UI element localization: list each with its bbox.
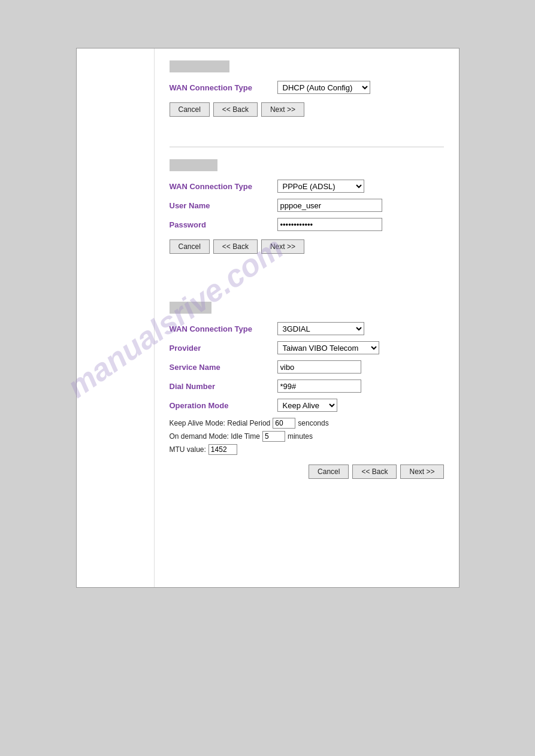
- section-pppoe: WAN Connection Type DHCP (Auto Config) P…: [170, 159, 444, 266]
- divider-1: [170, 147, 444, 147]
- section2-password-input[interactable]: [277, 218, 382, 231]
- ondemand-input[interactable]: [262, 431, 285, 442]
- section2-password-row: Password: [170, 218, 444, 231]
- section2-next-button[interactable]: Next >>: [261, 239, 304, 254]
- section2-username-row: User Name: [170, 199, 444, 212]
- section3-service-row: Service Name: [170, 360, 444, 374]
- section3-dial-row: Dial Number: [170, 379, 444, 393]
- section3-service-label: Service Name: [170, 363, 277, 372]
- section2-password-label: Password: [170, 220, 277, 229]
- section3-opmode-label: Operation Mode: [170, 401, 277, 410]
- section3-next-button[interactable]: Next >>: [400, 464, 443, 479]
- section3-keepalive-row: Keep Alive Mode: Redial Period senconds: [170, 418, 444, 429]
- section3-wan-row: WAN Connection Type DHCP (Auto Config) P…: [170, 322, 444, 335]
- section2-wan-row: WAN Connection Type DHCP (Auto Config) P…: [170, 180, 444, 193]
- spacer: [170, 284, 444, 302]
- section2-username-input[interactable]: [277, 199, 382, 212]
- section1-back-button[interactable]: << Back: [213, 102, 258, 117]
- section3-opmode-row: Operation Mode Keep Alive On Demand Manu…: [170, 399, 444, 412]
- main-frame: WAN Connection Type DHCP (Auto Config) P…: [76, 48, 460, 588]
- section3-wan-label: WAN Connection Type: [170, 324, 277, 333]
- keepalive-unit: senconds: [298, 419, 328, 427]
- section3-provider-label: Provider: [170, 344, 277, 353]
- section3-keepalive-group: Keep Alive Mode: Redial Period senconds …: [170, 418, 444, 455]
- section3-back-button[interactable]: << Back: [352, 464, 397, 479]
- right-content: WAN Connection Type DHCP (Auto Config) P…: [155, 48, 459, 587]
- section2-wan-select[interactable]: DHCP (Auto Config) PPPoE (ADSL) 3GDIAL S…: [277, 180, 364, 193]
- keepalive-label: Keep Alive Mode: Redial Period: [170, 419, 271, 427]
- section3-header-bar: [170, 302, 211, 314]
- section3-mtu-row: MTU value:: [170, 444, 444, 455]
- ondemand-unit: minutes: [288, 432, 313, 441]
- section3-provider-row: Provider Taiwan VIBO Telecom Other: [170, 341, 444, 354]
- page-wrapper: manualsrive.com WAN Connection Type DHCP…: [0, 0, 535, 756]
- mtu-input[interactable]: [208, 444, 237, 455]
- section1-header-bar: [170, 60, 229, 72]
- section1-wan-row: WAN Connection Type DHCP (Auto Config) P…: [170, 81, 444, 94]
- section2-wan-label: WAN Connection Type: [170, 182, 277, 191]
- section-dhcp: WAN Connection Type DHCP (Auto Config) P…: [170, 60, 444, 129]
- section1-wan-select[interactable]: DHCP (Auto Config) PPPoE (ADSL) 3GDIAL S…: [277, 81, 370, 94]
- ondemand-label: On demand Mode: Idle Time: [170, 432, 260, 441]
- section1-cancel-button[interactable]: Cancel: [170, 102, 210, 117]
- keepalive-input[interactable]: [273, 418, 295, 429]
- section3-provider-select[interactable]: Taiwan VIBO Telecom Other: [277, 341, 379, 354]
- section3-opmode-select[interactable]: Keep Alive On Demand Manual: [277, 399, 337, 412]
- section1-wan-label: WAN Connection Type: [170, 83, 277, 92]
- section2-back-button[interactable]: << Back: [213, 239, 258, 254]
- section2-cancel-button[interactable]: Cancel: [170, 239, 210, 254]
- section3-wan-select[interactable]: DHCP (Auto Config) PPPoE (ADSL) 3GDIAL S…: [277, 322, 364, 335]
- left-nav: [77, 48, 155, 587]
- section3-button-row: Cancel << Back Next >>: [170, 464, 444, 479]
- section3-ondemand-row: On demand Mode: Idle Time minutes: [170, 431, 444, 442]
- section3-service-input[interactable]: [277, 360, 361, 374]
- section3-dial-label: Dial Number: [170, 382, 277, 391]
- section1-next-button[interactable]: Next >>: [261, 102, 304, 117]
- section2-header-bar: [170, 159, 217, 171]
- section1-button-row: Cancel << Back Next >>: [170, 102, 444, 117]
- section3-dial-input[interactable]: [277, 379, 361, 393]
- section2-username-label: User Name: [170, 201, 277, 210]
- section3-cancel-button[interactable]: Cancel: [309, 464, 349, 479]
- section-3gdial: WAN Connection Type DHCP (Auto Config) P…: [170, 302, 444, 491]
- section2-button-row: Cancel << Back Next >>: [170, 239, 444, 254]
- mtu-label: MTU value:: [170, 445, 206, 454]
